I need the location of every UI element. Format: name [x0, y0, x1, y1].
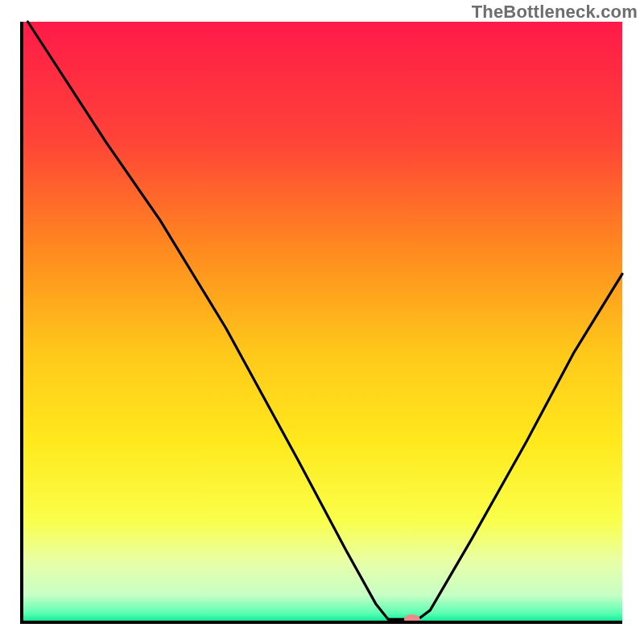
bottleneck-curve-chart — [0, 0, 644, 644]
watermark-text: TheBottleneck.com — [472, 2, 638, 23]
plot-background — [22, 22, 622, 622]
chart-container: TheBottleneck.com — [0, 0, 644, 644]
